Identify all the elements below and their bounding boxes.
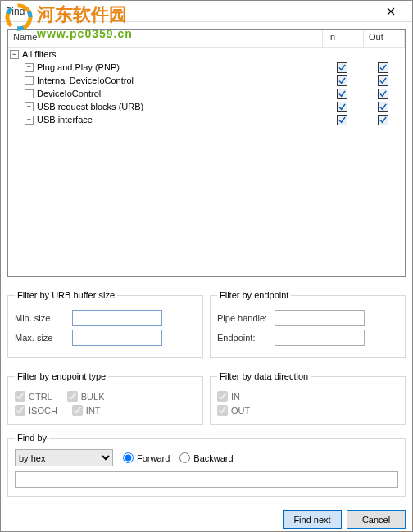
label-min-size: Min. size — [15, 313, 72, 323]
legend-direction: Filter by data direction — [217, 371, 311, 381]
findnext-button[interactable]: Find next — [283, 510, 342, 529]
window-title: Find — [6, 6, 374, 17]
tree-root-label: All filters — [22, 49, 321, 59]
expand-icon[interactable]: + — [25, 76, 34, 85]
chk-isoch[interactable] — [15, 405, 25, 416]
col-in[interactable]: In — [323, 30, 364, 47]
checkbox-out[interactable] — [378, 102, 388, 112]
lbl-in: IN — [231, 392, 240, 402]
tree-item-label: DeviceIoControl — [37, 89, 321, 98]
input-ep[interactable] — [275, 330, 365, 346]
tree-item-label: Plug and Play (PNP) — [37, 62, 321, 72]
label-pipe: Pipe handle: — [217, 313, 275, 323]
chk-out[interactable] — [217, 405, 228, 416]
lbl-isoch: ISOCH — [29, 406, 57, 416]
group-findby: Find by by hex Forward Backward — [7, 433, 406, 497]
tree-row[interactable]: +USB request blocks (URB) — [8, 100, 405, 113]
expand-icon[interactable]: + — [25, 116, 34, 125]
close-icon — [387, 7, 395, 16]
expand-icon[interactable]: + — [25, 63, 34, 72]
expand-icon[interactable]: + — [25, 102, 34, 111]
checkbox-in[interactable] — [337, 102, 347, 112]
group-eptype: Filter by endpoint type CTRL BULK ISOCH … — [7, 371, 203, 425]
legend-endpoint: Filter by endpoint — [217, 290, 291, 300]
cancel-button[interactable]: Cancel — [347, 510, 406, 529]
legend-urb-size: Filter by URB buffer size — [15, 290, 117, 300]
tree-row[interactable]: +Internal DeviceIoControl — [8, 74, 405, 87]
input-min-size[interactable] — [72, 310, 162, 326]
checkbox-in[interactable] — [337, 62, 347, 73]
label-ep: Endpoint: — [217, 333, 275, 343]
combo-findby[interactable]: by hex — [15, 449, 113, 466]
checkbox-out[interactable] — [378, 75, 388, 86]
tree-row[interactable]: +USB interface — [8, 113, 405, 126]
label-max-size: Max. size — [15, 333, 72, 343]
group-endpoint: Filter by endpoint Pipe handle: Endpoint… — [210, 290, 406, 358]
lbl-forward: Forward — [137, 453, 170, 463]
col-name[interactable]: Name — [8, 30, 323, 47]
dialog-buttons: Find next Cancel — [1, 503, 412, 532]
chk-in[interactable] — [217, 391, 228, 402]
input-find-value[interactable] — [15, 471, 398, 488]
checkbox-out[interactable] — [378, 115, 388, 125]
lbl-bulk: BULK — [81, 392, 105, 402]
tree-row[interactable]: +DeviceIoControl — [8, 87, 405, 100]
titlebar: Find — [1, 1, 412, 22]
checkbox-out[interactable] — [378, 62, 388, 73]
radio-forward[interactable] — [123, 452, 134, 463]
chk-int[interactable] — [72, 405, 83, 416]
tree-header: Name In Out — [8, 30, 405, 48]
input-max-size[interactable] — [72, 330, 162, 346]
checkbox-in[interactable] — [337, 89, 347, 99]
col-out[interactable]: Out — [364, 30, 405, 47]
tree-item-label: USB interface — [37, 115, 321, 125]
lbl-backward: Backward — [193, 453, 233, 463]
tree-item-label: Internal DeviceIoControl — [37, 75, 321, 85]
tree-root-row[interactable]: − All filters — [8, 48, 405, 61]
checkbox-out[interactable] — [378, 89, 388, 99]
lbl-ctrl: CTRL — [29, 392, 52, 402]
input-pipe[interactable] — [275, 310, 365, 326]
tree-row[interactable]: +Plug and Play (PNP) — [8, 61, 405, 74]
legend-findby: Find by — [15, 433, 49, 443]
tree-item-label: USB request blocks (URB) — [37, 102, 321, 111]
filter-tree[interactable]: Name In Out − All filters +Plug and Play… — [7, 29, 406, 277]
chk-ctrl[interactable] — [15, 391, 25, 402]
expand-icon[interactable]: + — [25, 89, 34, 98]
tree-body: − All filters +Plug and Play (PNP)+Inter… — [8, 48, 405, 126]
checkbox-in[interactable] — [337, 75, 347, 86]
collapse-icon[interactable]: − — [10, 50, 19, 59]
lbl-int: INT — [86, 406, 101, 416]
checkbox-in[interactable] — [337, 115, 347, 125]
radio-backward[interactable] — [179, 452, 190, 463]
group-urb-size: Filter by URB buffer size Min. size Max.… — [7, 290, 203, 358]
close-button[interactable] — [374, 1, 407, 22]
group-direction: Filter by data direction IN OUT — [210, 371, 406, 425]
lbl-out: OUT — [231, 406, 250, 416]
chk-bulk[interactable] — [67, 391, 78, 402]
legend-eptype: Filter by endpoint type — [15, 371, 108, 381]
